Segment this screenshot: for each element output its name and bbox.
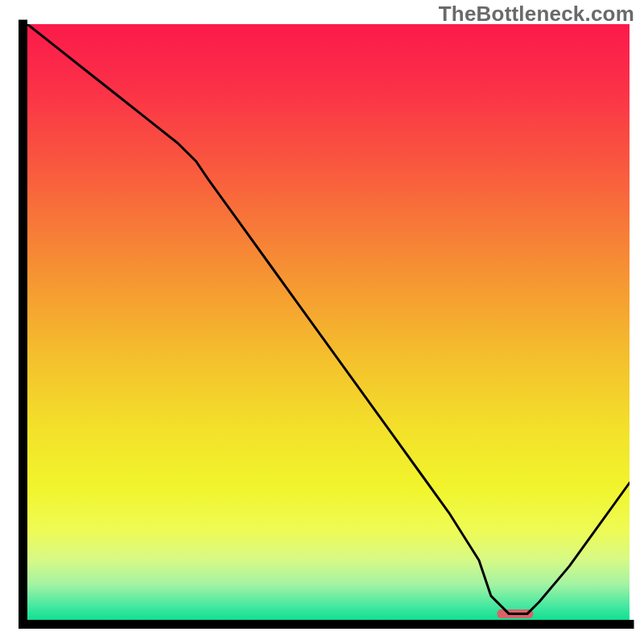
chart-container: TheBottleneck.com xyxy=(0,0,644,644)
bottleneck-chart xyxy=(0,0,644,644)
gradient-background xyxy=(27,24,630,620)
watermark-text: TheBottleneck.com xyxy=(439,2,634,27)
